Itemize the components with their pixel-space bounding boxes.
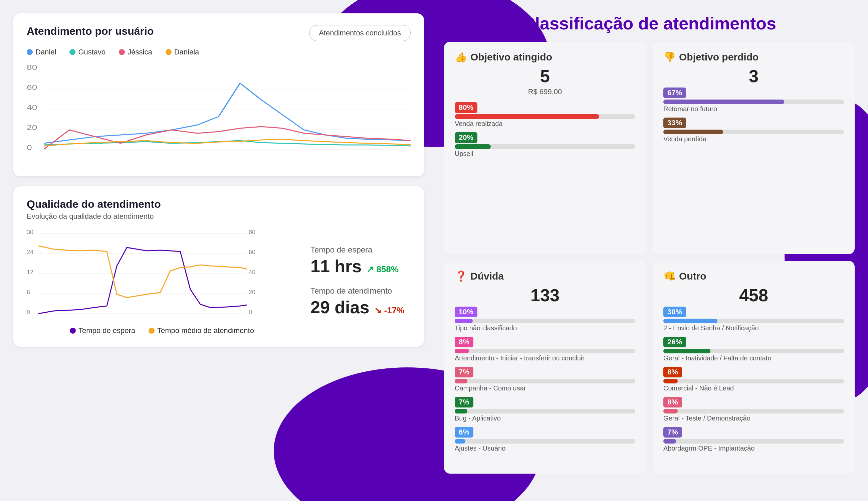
bar-abordagrm: 7% Abordagrm OPE - Implantação (663, 427, 844, 452)
bar-desc-campanha: Campanha - Como usar (455, 384, 635, 392)
bar-pct-artendimento: 8% (455, 337, 474, 347)
right-column: Classificação de atendimentos 👍 Objetivo… (434, 13, 855, 473)
bar-pct-inatividade: 26% (663, 337, 686, 347)
count-objetivo-atingido: 5 (455, 66, 635, 86)
icon-outro: 👊 (663, 270, 676, 282)
bar-pct-envio-senha: 30% (663, 307, 686, 317)
bar-fill-tipo-nao (455, 319, 473, 323)
bar-bug: 7% Bug - Aplicativo (455, 397, 635, 422)
bar-fill-upsell (455, 144, 491, 149)
panel-outro: 👊 Outro 458 30% 2 - Envio de Senha / Not… (653, 261, 855, 473)
quality-chart-panel: Qualidade do atendimento Evolução da qua… (13, 186, 424, 347)
svg-text:80: 80 (249, 229, 256, 235)
legend-label-jessica: Jéssica (128, 48, 152, 56)
legend-atendimento: Tempo médio de atendimento (149, 326, 254, 335)
quality-chart-legend: Tempo de espera Tempo médio de atendimen… (27, 326, 297, 335)
attendance-chart-title: Atendimento por usuário (27, 25, 154, 38)
legend-dot-daniel (27, 49, 33, 55)
metric-espera: Tempo de espera 11 hrs ↗ 858% (311, 245, 411, 276)
bar-teste: 8% Geral - Teste / Demonstração (663, 397, 844, 422)
svg-text:24: 24 (27, 249, 33, 256)
svg-text:6: 6 (27, 289, 30, 296)
quality-chart-area: 30 24 12 6 0 80 60 40 20 0 (27, 227, 297, 335)
panel-duvida: ❓ Dúvida 133 10% Tipo não classificado 8… (444, 261, 646, 473)
svg-text:20: 20 (249, 289, 256, 296)
metric-espera-label: Tempo de espera (311, 245, 411, 255)
bar-desc-bug: Bug - Aplicativo (455, 415, 635, 422)
svg-text:40: 40 (27, 103, 37, 111)
bar-fill-venda-perdida (663, 130, 723, 134)
bar-pct-venda-realizada: 80% (455, 102, 477, 113)
value-objetivo-atingido: R$ 699,00 (455, 87, 635, 96)
count-objetivo-perdido: 3 (663, 66, 844, 86)
bar-fill-teste (663, 409, 678, 414)
svg-text:20: 20 (27, 123, 37, 131)
bar-venda-realizada: 80% Venda realizada (455, 102, 635, 128)
bar-comercial: 8% Comercial - Não é Lead (663, 367, 844, 392)
metric-espera-value: 11 hrs (311, 256, 361, 276)
panel-objetivo-perdido-title: 👎 Objetivo perdido (663, 51, 844, 63)
bar-fill-campanha (455, 379, 467, 383)
bar-pct-teste: 8% (663, 397, 682, 407)
svg-text:40: 40 (249, 269, 256, 276)
attendance-chart-panel: Atendimento por usuário Atendimentos con… (13, 13, 424, 177)
bar-desc-comercial: Comercial - Não é Lead (663, 384, 844, 392)
legend-label-atendimento: Tempo médio de atendimento (157, 326, 254, 335)
legend-daniela: Daniela (166, 48, 199, 56)
panel-objetivo-atingido-title: 👍 Objetivo atingido (455, 51, 635, 63)
count-duvida: 133 (455, 285, 635, 305)
bar-desc-ajustes: Ajustes - Usuário (455, 445, 635, 452)
bar-track-venda-realizada (455, 114, 635, 119)
metric-espera-change: ↗ 858% (367, 264, 399, 275)
chart-legend: Daniel Gustavo Jéssica Daniela (27, 48, 411, 56)
bar-fill-inatividade (663, 349, 710, 353)
legend-jessica: Jéssica (119, 48, 152, 56)
bar-artendimento: 8% Artendimento - Iniciar - transferir o… (455, 337, 635, 362)
svg-text:80: 80 (27, 63, 37, 71)
quality-subtitle: Evolução da qualidade do atendimento (27, 212, 411, 221)
bar-desc-upsell: Upsell (455, 150, 635, 158)
bar-desc-artendimento: Artendimento - Iniciar - transferir ou c… (455, 354, 635, 362)
legend-dot-espera (70, 328, 76, 334)
icon-objetivo-atingido: 👍 (455, 51, 467, 63)
bar-fill-bug (455, 409, 467, 414)
svg-text:12: 12 (27, 269, 33, 276)
bar-desc-abordagrm: Abordagrm OPE - Implantação (663, 445, 844, 452)
legend-label-daniela: Daniela (174, 48, 199, 56)
metric-atendimento: Tempo de atendimento 29 dias ↘ -17% (311, 286, 411, 317)
svg-text:60: 60 (249, 249, 256, 256)
bar-fill-abordagrm (663, 439, 676, 444)
bar-fill-venda-realizada (455, 114, 599, 119)
panel-objetivo-perdido: 👎 Objetivo perdido 3 67% Retomar no futu… (653, 42, 855, 254)
bar-envio-senha: 30% 2 - Envio de Senha / Notificação (663, 307, 844, 332)
metric-espera-value-row: 11 hrs ↗ 858% (311, 256, 411, 276)
bar-upsell: 20% Upsell (455, 132, 635, 158)
bar-pct-venda-perdida: 33% (663, 118, 686, 128)
bar-desc-teste: Geral - Teste / Demonstração (663, 415, 844, 422)
bar-pct-tipo-nao: 10% (455, 307, 477, 317)
bar-pct-upsell: 20% (455, 132, 477, 143)
bar-track-venda-perdida (663, 130, 844, 134)
svg-text:0: 0 (27, 143, 32, 151)
bar-tipo-nao: 10% Tipo não classificado (455, 307, 635, 332)
quality-title: Qualidade do atendimento (27, 198, 411, 211)
bar-venda-perdida: 33% Venda perdida (663, 118, 844, 143)
bar-fill-ajustes (455, 439, 465, 444)
svg-text:60: 60 (27, 83, 37, 91)
attendance-line-chart: 80 60 40 20 0 (27, 63, 411, 163)
legend-daniel: Daniel (27, 48, 56, 56)
bar-campanha: 7% Campanha - Como usar (455, 367, 635, 392)
legend-dot-atendimento (149, 328, 154, 334)
bar-pct-campanha: 7% (455, 367, 474, 377)
bar-fill-envio-senha (663, 319, 717, 323)
icon-duvida: ❓ (455, 270, 467, 282)
bar-pct-ajustes: 6% (455, 427, 474, 438)
bar-desc-envio-senha: 2 - Envio de Senha / Notificação (663, 324, 844, 332)
metric-atendimento-value-row: 29 dias ↘ -17% (311, 297, 411, 317)
left-column: Atendimento por usuário Atendimentos con… (13, 13, 434, 473)
atendimentos-concluidos-button[interactable]: Atendimentos concluídos (309, 25, 411, 41)
quality-line-chart: 30 24 12 6 0 80 60 40 20 0 (27, 227, 260, 321)
quality-content: 30 24 12 6 0 80 60 40 20 0 (27, 227, 411, 335)
chart-header: Atendimento por usuário Atendimentos con… (27, 25, 411, 41)
bar-desc-tipo-nao: Tipo não classificado (455, 324, 635, 332)
